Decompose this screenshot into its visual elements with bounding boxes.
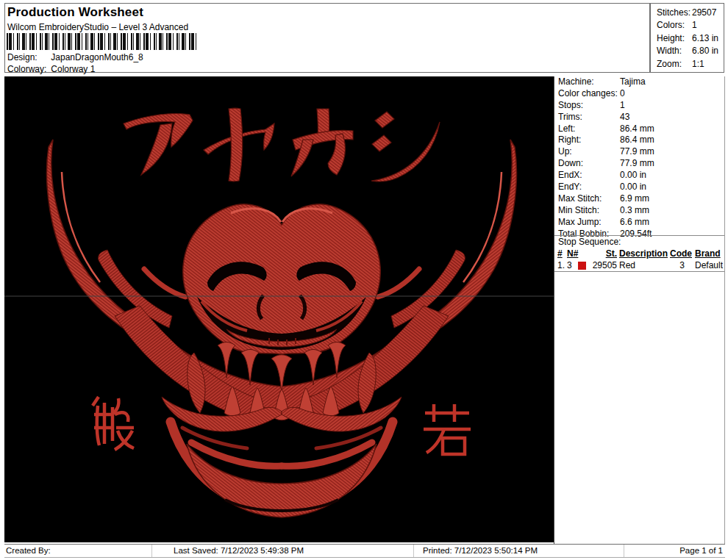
stop-sequence-row: 1. 3 29505 Red 3 Default	[554, 260, 724, 272]
kanji-hannya-right	[424, 404, 471, 454]
machine-row: Left:86.4 mm	[554, 123, 724, 135]
oni-mask-embroidery	[4, 76, 554, 542]
machine-row: Down:77.9 mm	[554, 158, 724, 170]
stop-sequence-title: Stop Sequence:	[554, 236, 724, 248]
production-worksheet-page: Production Worksheet Wilcom EmbroiderySt…	[0, 0, 728, 560]
software-subtitle: Wilcom EmbroideryStudio – Level 3 Advanc…	[7, 22, 188, 32]
stitch-preview-canvas	[4, 76, 554, 542]
stat-colors: Colors:1	[657, 19, 724, 32]
machine-row: Machine:Tajima	[554, 76, 724, 88]
machine-row: Max Jump:6.6 mm	[554, 217, 724, 229]
kanji-hannya-left	[93, 397, 134, 450]
machine-row: EndY:0.00 in	[554, 182, 724, 193]
machine-row: Stops:1	[554, 100, 724, 112]
colorway-row: Colorway: Colorway 1	[7, 64, 95, 74]
page-number: Page 1 of 1	[624, 545, 725, 557]
colorway-label: Colorway:	[7, 64, 49, 74]
thread-color-swatch	[578, 262, 586, 270]
stop-sequence-header: # N# St. Description Code Brand	[554, 248, 724, 260]
page-title: Production Worksheet	[7, 5, 143, 20]
machine-info-panel: Machine:Tajima Color changes:0 Stops:1 T…	[554, 76, 725, 544]
machine-row: Min Stitch:0.3 mm	[554, 205, 724, 217]
design-row: Design: JapanDragonMouth6_8	[7, 52, 143, 62]
machine-row: EndX:0.00 in	[554, 170, 724, 182]
stop-sequence-section: Stop Sequence: # N# St. Description Code…	[554, 235, 724, 272]
machine-row: Max Stitch:6.9 mm	[554, 193, 724, 205]
design-label: Design:	[7, 52, 49, 62]
katakana-text-ayakashi	[124, 108, 440, 182]
created-by: Created By:	[4, 545, 151, 557]
stat-stitches: Stitches:29507	[657, 7, 724, 19]
colorway-value: Colorway 1	[51, 64, 95, 74]
stat-zoom: Zoom:1:1	[657, 58, 724, 71]
footer-bar: Created By: Last Saved: 7/12/2023 5:49:3…	[4, 544, 725, 558]
last-saved: Last Saved: 7/12/2023 5:49:38 PM	[151, 545, 413, 557]
machine-row: Right:86.4 mm	[554, 134, 724, 146]
machine-row: Color changes:0	[554, 88, 724, 100]
design-value: JapanDragonMouth6_8	[51, 52, 143, 62]
face-group	[183, 204, 381, 354]
stat-height: Height:6.13 in	[657, 32, 724, 45]
design-stats-box: Stitches:29507 Colors:1 Height:6.13 in W…	[650, 3, 724, 73]
header-panel: Production Worksheet Wilcom EmbroiderySt…	[4, 3, 650, 73]
stat-width: Width:6.80 in	[657, 45, 724, 57]
machine-row: Up:77.9 mm	[554, 146, 724, 158]
machine-row: Trims:43	[554, 112, 724, 123]
design-barcode	[7, 33, 199, 50]
printed: Printed: 7/12/2023 5:50:14 PM	[413, 545, 624, 557]
